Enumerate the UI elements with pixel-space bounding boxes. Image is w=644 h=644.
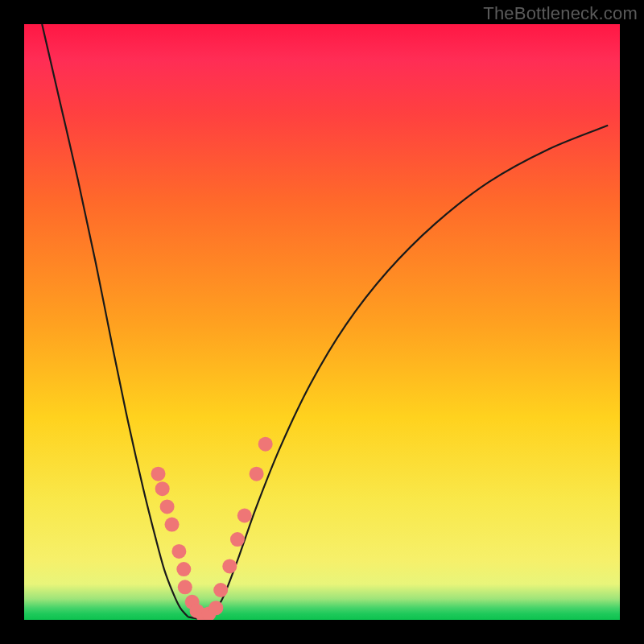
scatter-dot [258,437,273,452]
plot-area [24,24,620,620]
scatter-dot [213,583,228,597]
scatter-dot [222,559,237,573]
scatter-dot [165,518,180,532]
scatter-dot [208,601,223,615]
scatter-dots [151,437,273,620]
series-right-curve [212,126,608,617]
scatter-dot [151,467,166,481]
scatter-dot [237,509,252,523]
scatter-dot [171,544,186,559]
watermark-text: TheBottleneck.com [483,3,638,24]
scatter-dot [155,481,170,496]
scatter-dot [160,499,175,514]
chart-frame: TheBottleneck.com [0,0,644,644]
scatter-dot [250,467,264,481]
scatter-dot [178,580,192,594]
chart-svg [24,24,620,620]
scatter-dot [230,532,245,547]
scatter-dot [176,562,191,576]
